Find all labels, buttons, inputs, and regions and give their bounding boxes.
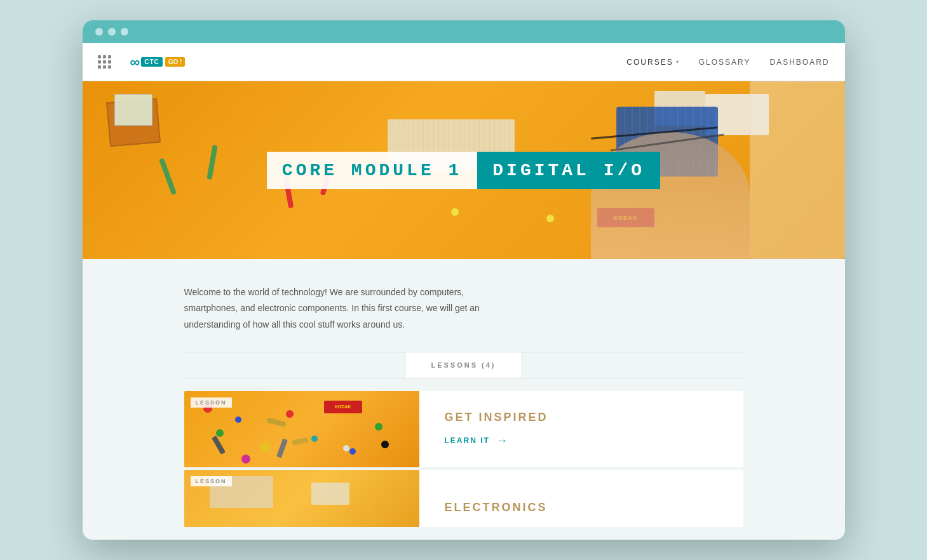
comp-blue-1 xyxy=(235,417,241,423)
lessons-tab-bar: LESSONS (4) xyxy=(184,352,743,378)
learn-it-label: LEARN IT xyxy=(445,436,490,445)
deco-led-1 xyxy=(158,158,176,196)
grid-menu-icon[interactable] xyxy=(98,55,111,69)
lessons-tab-label[interactable]: LESSONS (4) xyxy=(405,352,521,378)
browser-body: ∞ CTC GO ! COURSES ▾ GLOSSARY DASHBOARD xyxy=(83,43,845,540)
deco-led-yellow-1 xyxy=(451,208,459,216)
grid-dot xyxy=(103,60,106,63)
nav-links: COURSES ▾ GLOSSARY DASHBOARD xyxy=(626,58,829,67)
grid-dot xyxy=(98,60,101,63)
lesson-1-content: GET INSPIRED LEARN IT → xyxy=(419,391,743,467)
grid-dot xyxy=(98,65,101,69)
hero-title-module: CORE MODULE 1 xyxy=(267,152,477,189)
grid-dot xyxy=(108,55,111,58)
browser-chrome xyxy=(83,20,845,43)
lesson-cards-list: LESSON xyxy=(184,391,743,540)
lesson-1-image: LESSON xyxy=(184,391,419,467)
content-area: Welcome to the world of technology! We a… xyxy=(83,259,845,540)
logo[interactable]: ∞ CTC GO ! xyxy=(130,54,186,70)
browser-dot-1 xyxy=(95,28,103,36)
nav-dashboard-link[interactable]: DASHBOARD xyxy=(769,58,829,67)
comp-teal-1 xyxy=(311,436,318,442)
grid-dot xyxy=(108,60,111,63)
comp-red-2 xyxy=(286,410,294,418)
browser-dot-2 xyxy=(108,28,116,36)
comp-black-1 xyxy=(381,441,389,448)
logo-go-badge: GO ! xyxy=(165,57,186,67)
comp-yellow-1 xyxy=(261,442,271,452)
grid-dot xyxy=(108,65,111,69)
comp-green-1 xyxy=(216,429,224,437)
lesson-2-image: LESSON xyxy=(184,470,419,527)
lesson-2-badge: LESSON xyxy=(191,476,232,486)
lesson-card-2[interactable]: LESSON ELECTRONICS xyxy=(184,470,743,527)
nav-glossary-link[interactable]: GLOSSARY xyxy=(699,58,751,67)
hero-banner: KODAK CORE MODULE 1 DIGITAL I/O xyxy=(83,81,845,259)
comp-silver-1 xyxy=(343,445,349,451)
lesson-2-card xyxy=(311,483,349,505)
grid-dot xyxy=(98,55,101,58)
browser-dot-3 xyxy=(121,28,128,36)
lesson-card-1[interactable]: LESSON xyxy=(184,391,743,467)
lesson-2-title: ELECTRONICS xyxy=(445,501,718,514)
comp-pink-1 xyxy=(241,455,250,463)
nav-courses-link[interactable]: COURSES ▾ xyxy=(626,58,679,67)
deco-led-2 xyxy=(206,145,217,180)
lesson-2-content: ELECTRONICS xyxy=(419,470,743,527)
comp-battery: KODAK xyxy=(324,401,362,413)
browser-window: ∞ CTC GO ! COURSES ▾ GLOSSARY DASHBOARD xyxy=(83,20,845,540)
deco-paper-left xyxy=(114,94,152,126)
hero-title-wrapper: CORE MODULE 1 DIGITAL I/O xyxy=(267,152,660,189)
hero-title-subject: DIGITAL I/O xyxy=(477,152,660,189)
logo-infinity-symbol: ∞ xyxy=(130,54,139,70)
learn-it-arrow-icon: → xyxy=(496,434,509,448)
navbar: ∞ CTC GO ! COURSES ▾ GLOSSARY DASHBOARD xyxy=(83,43,845,81)
lesson-1-learn-link[interactable]: LEARN IT → xyxy=(445,434,718,448)
lesson-1-badge: LESSON xyxy=(191,397,232,408)
comp-blue-2 xyxy=(349,448,356,455)
lessons-tab-left-spacer xyxy=(184,352,406,378)
comp-green-2 xyxy=(375,423,382,430)
lesson-1-title: GET INSPIRED xyxy=(445,411,718,424)
nav-glossary-label: GLOSSARY xyxy=(699,58,751,67)
nav-courses-arrow: ▾ xyxy=(676,59,680,65)
course-description: Welcome to the world of technology! We a… xyxy=(184,259,502,352)
deco-led-yellow-2 xyxy=(546,215,554,222)
grid-dot xyxy=(103,65,106,69)
deco-plastic-bag xyxy=(750,81,845,259)
nav-dashboard-label: DASHBOARD xyxy=(769,58,829,67)
nav-courses-label: COURSES xyxy=(626,58,673,67)
lessons-tab-right-spacer xyxy=(522,352,743,378)
grid-dot xyxy=(103,55,106,58)
logo-ctc-badge: CTC xyxy=(141,57,163,67)
